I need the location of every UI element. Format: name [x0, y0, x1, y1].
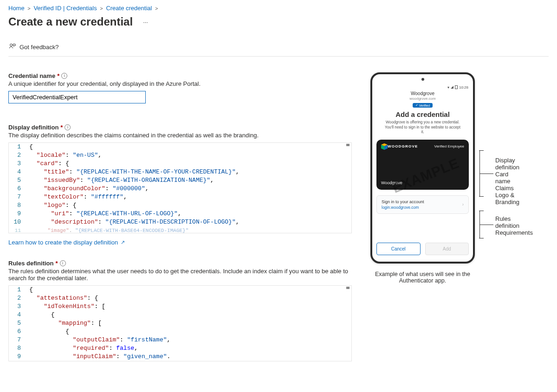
json-card-text: #ffffff — [94, 193, 120, 200]
chevron-right-icon: › — [462, 202, 464, 207]
breadcrumb-verified-id[interactable]: Verified ID | Credentials — [33, 5, 97, 12]
required-asterisk: * — [60, 124, 63, 131]
display-definition-desc: The display definition describes the cla… — [8, 132, 352, 139]
svg-point-0 — [10, 44, 13, 46]
json-logo-uri: {REPLACE-WITH-URL-OF-LOGO} — [80, 210, 174, 217]
info-icon[interactable]: i — [61, 73, 67, 79]
required-asterisk: * — [57, 72, 59, 79]
preview-heading: Add a credential — [378, 110, 467, 118]
json-card-title: {REPLACE-WITH-THE-NAME-OF-YOUR-CREDENTIA… — [80, 168, 232, 175]
json-input-claim: given_name — [127, 353, 163, 360]
preview-site-title: Woodgrove — [378, 91, 467, 96]
phone-earpiece — [421, 78, 424, 81]
breadcrumb-sep: > — [100, 6, 103, 11]
json-card-bg: #000000 — [116, 185, 142, 192]
verified-badge: ✓ Verified — [413, 103, 433, 108]
rules-definition-section: Rules definition * i The rules definitio… — [8, 260, 352, 361]
annotation-rules-head: Rules definition — [495, 215, 533, 229]
json-required: false — [116, 345, 134, 352]
preview-site-url: woodgrove.com — [378, 96, 467, 101]
signal-icon — [451, 86, 453, 89]
display-definition-editor[interactable]: 1{ 2 "locale": "en-US", 3 "card": { 4 "t… — [8, 142, 352, 233]
preview-annotations: Display definition Card name Claims Logo… — [479, 150, 493, 252]
authenticator-preview: ▾ 10:28 Woodgrove woodgrove.com ✓ Verifi… — [370, 72, 475, 263]
credential-name-input[interactable] — [8, 91, 146, 103]
check-icon: ✓ — [415, 103, 418, 107]
display-definition-label: Display definition — [8, 124, 58, 131]
preview-caption: Example of what users will see in the Au… — [370, 271, 475, 284]
credential-card-preview: WOODGROVE Verified Employee Woodgrove — [376, 140, 469, 190]
woodgrove-logo-icon — [381, 143, 388, 150]
annotation-display-item: Card name — [495, 171, 519, 185]
signin-title: Sign in to your account — [382, 199, 424, 204]
breadcrumb-sep: > — [155, 6, 158, 11]
rules-definition-label: Rules definition — [8, 260, 54, 267]
credential-name-desc: A unique identifier for your credential,… — [8, 80, 352, 87]
learn-display-definition-link[interactable]: Learn how to create the display definiti… — [8, 239, 125, 246]
breadcrumb-create-credential[interactable]: Create credential — [106, 5, 152, 12]
feedback-label: Got feedback? — [19, 44, 59, 51]
required-asterisk: * — [56, 260, 58, 267]
annotation-rules: Rules definition Requirements — [479, 211, 493, 238]
page-title: Create a new credential — [8, 15, 133, 28]
annotation-display-head: Display definition — [495, 157, 519, 171]
signin-card: Sign in to your account login.woodgrove.… — [376, 195, 469, 214]
credential-name-section: Credential name * i A unique identifier … — [8, 72, 352, 103]
rules-definition-desc: The rules definition determines what the… — [8, 268, 352, 282]
json-locale: en-US — [76, 152, 94, 159]
card-issuer: Woodgrove — [381, 180, 402, 185]
external-link-icon: ↗ — [121, 239, 125, 245]
preview-cancel-button: Cancel — [376, 243, 421, 255]
card-role: Verified Employee — [434, 144, 464, 148]
feedback-bar[interactable]: Got feedback? — [8, 38, 549, 57]
info-icon[interactable]: i — [60, 260, 66, 266]
annotation-display: Display definition Card name Claims Logo… — [479, 150, 493, 197]
feedback-icon — [8, 43, 16, 51]
battery-icon — [455, 85, 458, 89]
phone-status-bar: ▾ 10:28 — [373, 84, 472, 91]
annotation-display-item: Claims — [495, 185, 519, 192]
preview-desc: Woodgrove is offering you a new credenti… — [384, 120, 461, 135]
wifi-icon: ▾ — [447, 85, 449, 90]
json-logo-desc: {REPLACE-WITH-DESCRIPTION-OF-LOGO} — [109, 218, 232, 225]
json-output-claim: firstName — [130, 336, 163, 343]
signin-url: login.woodgrove.com — [382, 205, 424, 210]
breadcrumb: Home > Verified ID | Credentials > Creat… — [8, 5, 549, 12]
breadcrumb-sep: > — [27, 6, 30, 11]
more-actions-button[interactable]: ··· — [141, 17, 150, 27]
annotation-display-item: Logo & Branding — [495, 192, 519, 206]
credential-name-label: Credential name — [8, 72, 55, 79]
info-icon[interactable]: i — [65, 124, 71, 130]
annotation-rules-item: Requirements — [495, 229, 533, 236]
display-definition-section: Display definition * i The display defin… — [8, 124, 352, 246]
card-brand: WOODGROVE — [388, 144, 418, 148]
phone-time: 10:28 — [459, 85, 468, 90]
preview-add-button: Add — [425, 243, 469, 255]
rules-definition-editor[interactable]: 1{ 2 "attestations": { 3 "idTokenHints":… — [8, 285, 352, 361]
breadcrumb-home[interactable]: Home — [8, 5, 25, 12]
json-card-issuedby: {REPLACE-WITH-ORGANIZATION-NAME} — [91, 177, 207, 184]
